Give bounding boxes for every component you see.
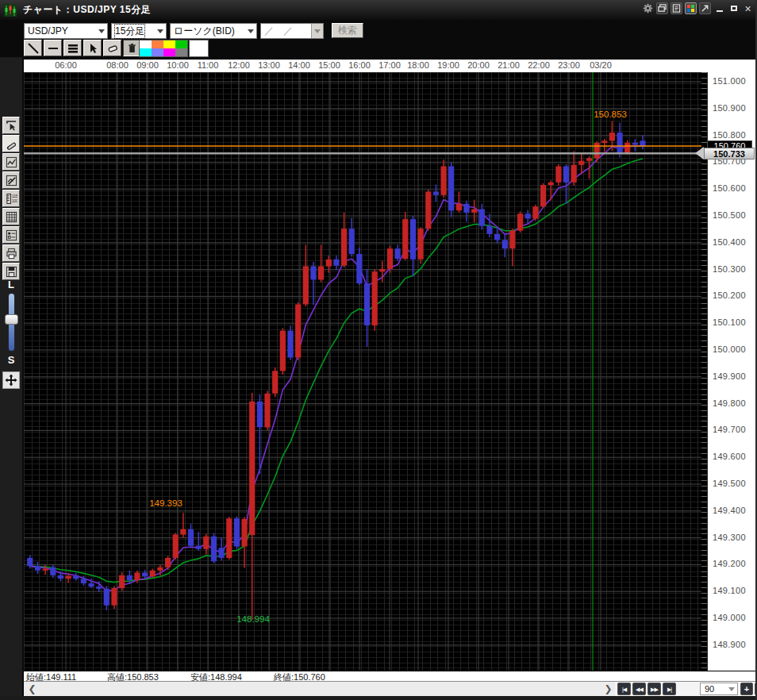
palette-color[interactable] xyxy=(152,48,163,56)
popout-icon[interactable] xyxy=(699,2,711,14)
print-button[interactable] xyxy=(2,244,20,262)
price-label: 150.500 xyxy=(713,210,746,220)
price-tick-strip xyxy=(701,72,708,671)
cascade-windows-button[interactable] xyxy=(656,2,668,14)
close-button[interactable]: × xyxy=(742,2,754,14)
chevron-down-icon xyxy=(728,687,735,691)
price-label: 149.400 xyxy=(713,506,746,515)
candle xyxy=(318,267,324,280)
color-palette xyxy=(139,40,188,57)
price-label: 149.300 xyxy=(713,533,746,542)
crosshair-tool-button[interactable] xyxy=(2,117,20,134)
scroll-left-icon[interactable]: ❮ xyxy=(25,682,39,697)
candle xyxy=(548,183,554,185)
candle xyxy=(632,143,638,144)
properties-button[interactable] xyxy=(2,226,20,244)
chart-type-select[interactable]: ローソク(BID) xyxy=(170,23,257,39)
candle xyxy=(211,537,217,561)
candle xyxy=(165,558,171,567)
candle xyxy=(280,331,286,371)
maximize-button[interactable] xyxy=(728,2,740,14)
candle xyxy=(295,305,301,358)
price-axis: 150.760 150.733 151.000150.900150.800150… xyxy=(701,60,757,671)
chevron-down-icon[interactable] xyxy=(154,24,166,38)
candle xyxy=(303,267,309,305)
bars-count-select[interactable]: 90 xyxy=(700,683,738,695)
candle xyxy=(578,161,584,165)
candlestick-chart[interactable]: 150.853149.393148.994 xyxy=(24,72,701,671)
current-color-swatch[interactable] xyxy=(189,40,209,57)
candle xyxy=(272,371,278,393)
candle xyxy=(379,269,385,271)
time-axis: 06:0008:0009:0010:0011:0012:0013:0014:00… xyxy=(24,60,757,72)
palette-color[interactable] xyxy=(175,40,187,48)
candle xyxy=(104,589,110,606)
list-icon xyxy=(67,43,79,54)
grid-settings-button[interactable] xyxy=(2,208,20,225)
symbol-select[interactable]: USD/JPY xyxy=(24,23,108,39)
line-list-button[interactable] xyxy=(63,40,82,56)
settings-gear-icon[interactable] xyxy=(642,2,654,14)
eraser-button[interactable] xyxy=(103,40,121,56)
candle xyxy=(333,260,339,266)
candle xyxy=(418,229,424,260)
select-cursor-button[interactable] xyxy=(83,40,102,56)
page-back-button[interactable]: ◀◀ xyxy=(632,683,646,695)
pan-button[interactable] xyxy=(2,371,20,389)
candle xyxy=(471,210,477,213)
price-scale-button[interactable]: 115100 xyxy=(2,190,20,207)
palette-color[interactable] xyxy=(163,40,175,48)
palette-color[interactable] xyxy=(175,48,187,56)
zoom-slider-thumb[interactable] xyxy=(5,314,18,325)
chart-plot-area[interactable]: 150.853149.393148.994 xyxy=(24,72,701,671)
chevron-down-icon[interactable] xyxy=(244,24,256,38)
grid-icon xyxy=(6,211,17,223)
candle xyxy=(456,204,462,210)
chart-edit-button[interactable] xyxy=(2,171,20,189)
trash-icon xyxy=(127,43,137,53)
candle xyxy=(310,267,316,280)
candle xyxy=(234,518,240,546)
candle xyxy=(50,567,56,575)
time-label: 23:00 xyxy=(551,60,586,70)
chart-scrollbar[interactable]: ❮ ❯ xyxy=(24,682,615,697)
candle xyxy=(433,192,439,195)
candle xyxy=(219,548,225,558)
trendline-tool-button[interactable] xyxy=(24,40,42,56)
candle xyxy=(249,402,255,535)
candle xyxy=(410,219,416,260)
candle xyxy=(127,575,133,580)
indicator-chart-button[interactable] xyxy=(2,153,20,171)
palette-color[interactable] xyxy=(140,40,152,48)
pencil-icon xyxy=(6,138,17,150)
chevron-down-icon xyxy=(311,24,323,38)
draw-tool-button[interactable] xyxy=(2,135,20,152)
search-button[interactable]: 検索 xyxy=(332,23,363,38)
candle xyxy=(594,143,600,158)
minimize-button[interactable] xyxy=(713,2,725,14)
chevron-down-icon[interactable] xyxy=(95,24,107,38)
bid-price-tag: 150.733 xyxy=(704,148,755,160)
palette-color[interactable] xyxy=(140,48,152,56)
candle xyxy=(609,133,615,140)
price-annotation: 148.994 xyxy=(236,614,270,624)
date-select[interactable]: ／ ／ xyxy=(260,23,324,39)
palette-color[interactable] xyxy=(152,40,163,48)
price-annotation: 150.853 xyxy=(594,110,627,119)
memo-button[interactable] xyxy=(671,2,682,14)
ohlc-status-bar: 始値:149.111 高値:150.853 安値:148.994 終値:150.… xyxy=(24,671,757,681)
price-label: 149.100 xyxy=(713,586,746,595)
palette-color[interactable] xyxy=(163,48,175,56)
save-image-button[interactable] xyxy=(2,263,20,280)
candle xyxy=(563,167,569,183)
title-bar[interactable]: チャート：USD/JPY 15分足 × xyxy=(0,0,757,20)
page-forward-button[interactable]: ▶▶ xyxy=(647,683,661,695)
scroll-right-icon[interactable]: ❯ xyxy=(601,682,615,697)
zoom-in-button[interactable]: + xyxy=(740,683,753,695)
timeframe-select[interactable]: 15分足 xyxy=(111,23,167,39)
chart-palette-button[interactable] xyxy=(685,2,697,14)
go-last-button[interactable]: ▶| xyxy=(663,683,676,695)
horizontal-line-tool-button[interactable] xyxy=(44,40,62,56)
go-first-button[interactable]: |◀ xyxy=(617,683,631,695)
price-label: 150.200 xyxy=(713,290,746,300)
